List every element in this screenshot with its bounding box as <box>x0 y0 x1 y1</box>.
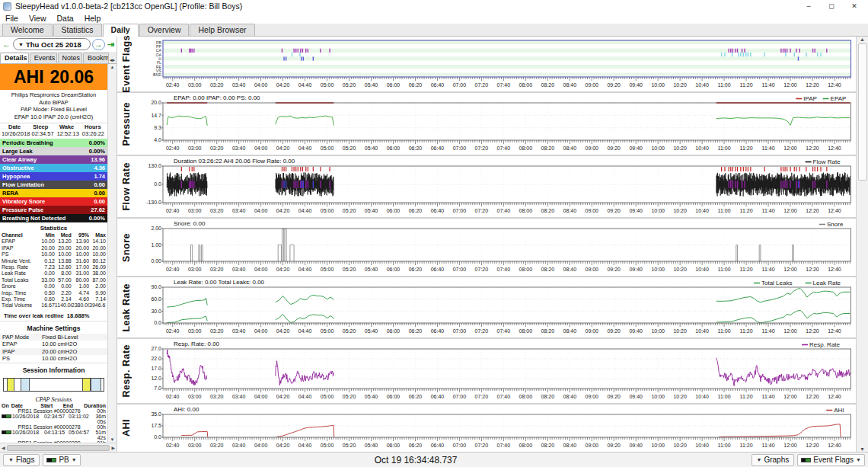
svg-text:4.0: 4.0 <box>154 137 161 142</box>
session-on-toggle[interactable] <box>2 430 11 434</box>
latest-day-button[interactable]: ⇥ <box>107 40 115 50</box>
svg-text:12:20: 12:20 <box>806 82 819 88</box>
graphs-dropdown-button[interactable]: ▼ Graphs <box>752 454 795 466</box>
event-row[interactable]: Pressure Pulse27.62 <box>0 206 107 214</box>
svg-text:06:40: 06:40 <box>431 443 445 448</box>
pb-combo[interactable]: PB ▼ <box>43 454 80 466</box>
session-date: 10/26/2018 <box>12 414 44 419</box>
session-item[interactable]: PRS1 Session #0000027800h10/26/201804:13… <box>0 424 107 440</box>
session-item[interactable]: PRS1 Session #0000027600h10/26/201802:34… <box>0 408 107 424</box>
svg-text:04:40: 04:40 <box>298 208 312 213</box>
svg-text:12:00: 12:00 <box>783 208 797 213</box>
svg-text:12:00: 12:00 <box>783 82 797 88</box>
date-dropdown[interactable]: ▼ Thu Oct 25 2018 <box>13 38 91 50</box>
resp-rate-chart[interactable]: 02:4003:0003:2003:4004:0004:2004:4005:00… <box>136 339 856 403</box>
prev-day-button[interactable]: ← <box>2 40 11 49</box>
sidebar-tab-bookmarks[interactable]: Bookmarks <box>83 53 109 63</box>
svg-text:10:40: 10:40 <box>695 208 709 213</box>
session-timeline[interactable] <box>3 378 104 392</box>
minimize-button[interactable]: – <box>798 1 819 11</box>
graphs-vertical-scrollbar[interactable]: ▲ ▼ <box>856 37 868 452</box>
event-row[interactable]: Hypopnea1.74 <box>0 172 107 181</box>
svg-text:03:20: 03:20 <box>210 208 224 213</box>
svg-text:03:20: 03:20 <box>210 146 224 151</box>
tab-statistics[interactable]: Statistics <box>53 24 102 36</box>
svg-text:1.00: 1.00 <box>151 242 161 248</box>
event-row[interactable]: Clear Airway13.96 <box>0 155 107 164</box>
maximize-button[interactable]: ◻ <box>821 1 842 11</box>
event-row[interactable]: Obstructive4.36 <box>0 164 107 172</box>
machine-info-line: EPAP 10.0 IPAP 20.0 (cmH2O) <box>0 114 107 121</box>
tab-help-browser[interactable]: Help Browser <box>190 24 254 36</box>
svg-text:11:00: 11:00 <box>718 208 731 213</box>
session-on-toggle[interactable] <box>2 414 11 418</box>
statistics-row: EPAP10.0013.2013.9014.10 <box>2 238 106 245</box>
scroll-down-icon[interactable]: ▼ <box>860 446 865 452</box>
scroll-left-icon[interactable]: ◀ <box>2 445 5 450</box>
flow-rate-chart[interactable]: 02:4003:0003:2003:4004:0004:2004:4005:00… <box>136 156 856 217</box>
close-button[interactable]: ✕ <box>844 1 865 11</box>
svg-text:11:20: 11:20 <box>740 328 753 334</box>
session-name: PRS1 Session #00000278 <box>2 424 97 430</box>
sidebar-tab-events[interactable]: Events <box>30 53 57 63</box>
panel-resp-rate: Resp. Rate 02:4003:0003:2003:4004:0004:2… <box>117 339 856 405</box>
svg-text:11:00: 11:00 <box>718 394 731 399</box>
svg-text:05:20: 05:20 <box>343 267 356 272</box>
event-row-label: Flow Limitation <box>2 181 44 188</box>
svg-text:08:20: 08:20 <box>541 443 555 448</box>
svg-text:9.3: 9.3 <box>154 125 161 130</box>
tab-scroll-arrows[interactable]: ◂▸ <box>110 57 116 63</box>
session-name-line: PRS1 Session #0000027600h <box>2 408 106 414</box>
svg-text:12:20: 12:20 <box>806 394 819 399</box>
panel-label-flow-rate: Flow Rate <box>117 156 136 217</box>
svg-text:10:00: 10:00 <box>651 146 665 151</box>
event-flags-chart[interactable]: PBPPCAOAHFLREVSBND02:4003:0003:2003:4004… <box>136 37 856 91</box>
tab-overview[interactable]: Overview <box>139 24 190 36</box>
event-row[interactable]: Flow Limitation0.00 <box>0 181 107 189</box>
snore-chart[interactable]: 02:4003:0003:2003:4004:0004:2004:4005:00… <box>136 219 856 276</box>
scrollbar-thumb[interactable] <box>7 445 110 451</box>
event-row[interactable]: Large Leak0.00% <box>0 147 107 155</box>
sidebar-vertical-scrollbar[interactable]: ▲ ▼ <box>107 64 116 443</box>
svg-text:08:20: 08:20 <box>541 328 555 334</box>
tab-welcome[interactable]: Welcome <box>2 24 53 36</box>
scroll-up-icon[interactable]: ▲ <box>860 37 865 42</box>
pressure-chart[interactable]: 02:4003:0003:2003:4004:0004:2004:4005:00… <box>136 93 856 155</box>
svg-text:10:20: 10:20 <box>673 82 687 88</box>
event-row[interactable]: Breathing Not Detected0.00% <box>0 214 107 222</box>
event-row-value: 0.00% <box>89 215 105 222</box>
scrollbar-thumb[interactable] <box>858 43 867 181</box>
svg-text:05:40: 05:40 <box>365 443 378 448</box>
panel-flow-rate: Flow Rate 02:4003:0003:2003:4004:0004:20… <box>117 156 856 219</box>
menu-file[interactable]: File <box>0 14 24 23</box>
menu-help[interactable]: Help <box>79 14 107 23</box>
leak-rate-chart[interactable]: 02:4003:0003:2003:4004:0004:2004:4005:00… <box>136 277 856 337</box>
svg-text:06:20: 06:20 <box>409 208 423 213</box>
flags-dropdown-button[interactable]: ▼ Flags <box>3 454 40 466</box>
scroll-down-icon[interactable]: ▼ <box>110 437 115 442</box>
window-title: SleepyHead v1.0.0-beta-2 [cb213cc OpenGL… <box>15 2 242 11</box>
svg-text:07:40: 07:40 <box>497 82 511 88</box>
scroll-up-icon[interactable]: ▲ <box>110 65 115 69</box>
svg-text:11:20: 11:20 <box>740 443 753 448</box>
sidebar-tab-notes[interactable]: Notes <box>58 53 82 63</box>
sidebar-tab-details[interactable]: Details <box>0 53 29 63</box>
event-row[interactable]: RERA0.00 <box>0 189 107 197</box>
svg-text:11:40: 11:40 <box>762 208 775 213</box>
sidebar-horizontal-scrollbar[interactable]: ◀ ▶ <box>0 443 116 452</box>
event-row[interactable]: Vibratory Snore0.00 <box>0 197 107 206</box>
scroll-right-icon[interactable]: ▶ <box>111 445 115 450</box>
event-flags-combo[interactable]: Event Flags ▼ <box>797 454 865 466</box>
event-row[interactable]: Periodic Breathing0.00% <box>0 139 107 147</box>
menu-view[interactable]: View <box>24 14 52 23</box>
svg-text:08:20: 08:20 <box>541 267 555 272</box>
event-row-label: Large Leak <box>2 148 33 155</box>
ahi-chart[interactable]: 02:4003:0003:2003:4004:0004:2004:4005:00… <box>136 405 856 452</box>
svg-text:03:00: 03:00 <box>188 267 202 272</box>
svg-text:-130.0: -130.0 <box>146 200 161 205</box>
menu-data[interactable]: Data <box>52 14 79 23</box>
svg-text:04:00: 04:00 <box>254 146 268 151</box>
next-day-button[interactable]: → <box>92 39 105 50</box>
svg-text:06:20: 06:20 <box>409 146 423 151</box>
svg-text:06:20: 06:20 <box>409 328 423 334</box>
